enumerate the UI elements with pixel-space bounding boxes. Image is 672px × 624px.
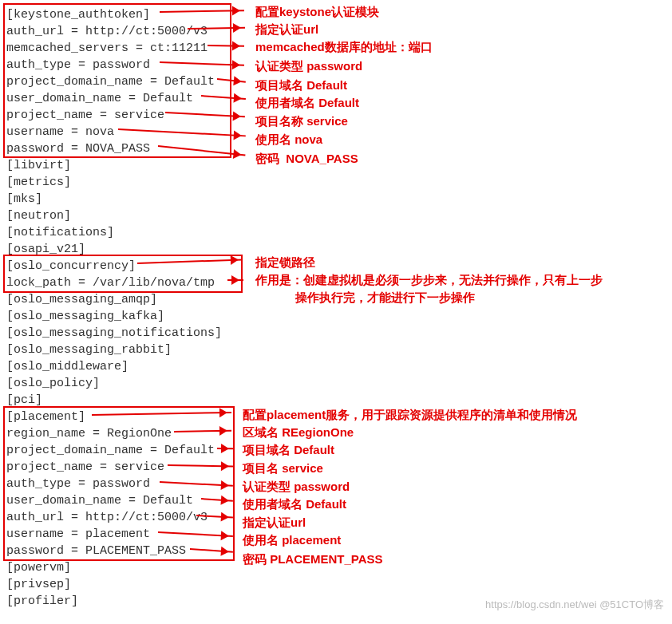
annotation-label: 操作执行完，才能进行下一步操作 — [295, 289, 475, 306]
annotation-label: 作用是：创建虚拟机是必须一步步来，无法并行操作，只有上一步 — [255, 271, 603, 288]
config-line: project_domain_name = Default — [6, 442, 666, 459]
config-line: [mks] — [6, 191, 666, 207]
annotation-label: 指定认证url — [255, 21, 318, 38]
config-line: [osapi_v21] — [6, 241, 666, 258]
config-line: [notifications] — [6, 224, 666, 241]
config-line: [oslo_messaging_kafka] — [6, 308, 666, 325]
arrow-icon — [227, 279, 243, 281]
annotation-label: 项目名 service — [243, 460, 323, 476]
annotation-label: 密码 NOVA_PASS — [255, 150, 358, 167]
config-line: [oslo_policy] — [6, 375, 666, 392]
annotation-label: 配置placement服务，用于跟踪资源提供程序的清单和使用情况 — [243, 406, 577, 423]
annotation-label: 认证类型 password — [255, 57, 362, 74]
annotation-label: 指定认证url — [243, 514, 306, 531]
annotation-label: 区域名 REegionOne — [243, 424, 354, 440]
annotation-label: 使用名 placement — [243, 531, 341, 548]
annotation-label: memcached数据库的地址：端口 — [255, 38, 433, 55]
config-line: [oslo_messaging_rabbit] — [6, 342, 666, 358]
config-line: [oslo_middleware] — [6, 358, 666, 375]
config-line: project_name = service — [6, 459, 666, 476]
annotation-label: 使用者域名 Default — [243, 496, 346, 512]
watermark: https://blog.csdn.net/wei @51CTO博客 — [485, 596, 664, 613]
annotation-label: 使用者域名 Default — [255, 94, 359, 111]
annotation-label: 项目域名 Default — [255, 77, 347, 93]
config-line: [oslo_messaging_notifications] — [6, 325, 666, 342]
config-line: auth_url = http://ct:5000/v3 — [6, 23, 666, 40]
annotation-label: 项目域名 Default — [243, 441, 334, 458]
annotation-label: 指定锁路径 — [255, 254, 315, 271]
annotation-label: 认证类型 password — [243, 478, 350, 495]
arrow-icon — [217, 448, 233, 449]
annotation-label: 使用名 nova — [255, 131, 322, 148]
annotation-label: 密码 PLACEMENT_PASS — [243, 551, 383, 567]
annotation-label: 配置keystone认证模块 — [255, 3, 379, 20]
annotation-label: 项目名称 service — [255, 113, 348, 129]
config-line: [neutron] — [6, 207, 666, 224]
config-line: [metrics] — [6, 174, 666, 191]
config-line: [privsep] — [6, 576, 666, 593]
